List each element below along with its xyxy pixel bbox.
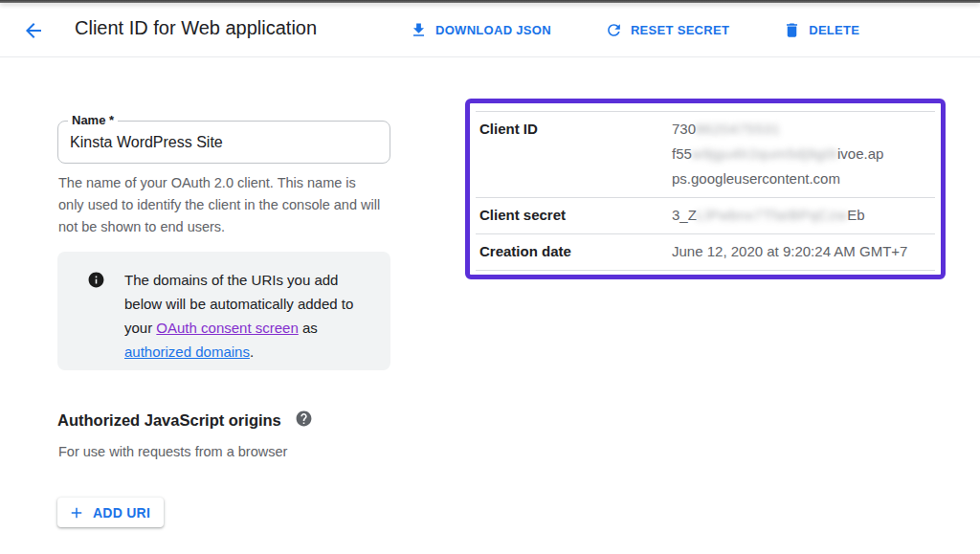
info-note-text: The domains of the URIs you add below wi… <box>124 268 377 364</box>
client-id-line2-prefix: f55 <box>672 145 692 162</box>
creation-date-value: June 12, 2020 at 9:20:24 AM GMT+7 <box>672 239 935 264</box>
creation-date-label: Creation date <box>479 239 672 264</box>
client-id-value: 7308620475531 f55w9jgu4lr2qum5dj9g0tivoe… <box>672 117 935 191</box>
redacted-text: 8620475531 <box>696 121 780 137</box>
origins-subtext: For use with requests from a browser <box>58 444 287 459</box>
name-field-label: Name * <box>68 113 118 128</box>
info-note: The domains of the URIs you add below wi… <box>57 252 390 370</box>
client-id-line1: 7308620475531 <box>672 117 935 142</box>
back-button[interactable] <box>19 16 48 45</box>
creation-date-row: Creation date June 12, 2020 at 9:20:24 A… <box>476 233 935 271</box>
redacted-text: w9jgu4lr2qum5dj9g0t <box>692 145 837 162</box>
redacted-text: LlPwbnx7TfaIBPqCzw <box>697 207 847 223</box>
authorized-domains-link[interactable]: authorized domains <box>124 343 250 360</box>
name-helper-text: The name of your OAuth 2.0 client. This … <box>58 172 384 238</box>
client-id-label: Client ID <box>479 117 672 191</box>
reset-secret-button[interactable]: RESET SECRET <box>605 21 729 39</box>
client-secret-value: 3_ZLlPwbnx7TfaIBPqCzwEb <box>672 203 935 228</box>
back-arrow-icon <box>22 19 45 42</box>
info-icon <box>87 271 105 293</box>
client-secret-suffix: Eb <box>847 207 864 223</box>
client-id-line2-suffix: ivoe.ap <box>837 145 883 162</box>
reset-secret-label: RESET SECRET <box>631 23 729 37</box>
client-secret-label: Client secret <box>479 203 672 228</box>
info-text-middle: as <box>299 320 318 336</box>
name-field[interactable]: Name * <box>57 121 390 164</box>
origins-section-header: Authorized JavaScript origins <box>57 410 313 432</box>
download-json-button[interactable]: DOWNLOAD JSON <box>410 21 551 39</box>
delete-button[interactable]: DELETE <box>783 21 859 39</box>
origins-heading: Authorized JavaScript origins <box>57 411 281 430</box>
page-header: Client ID for Web application DOWNLOAD J… <box>0 3 980 57</box>
delete-label: DELETE <box>809 23 859 37</box>
download-json-label: DOWNLOAD JSON <box>435 23 551 37</box>
client-id-row: Client ID 7308620475531 f55w9jgu4lr2qum5… <box>476 111 935 197</box>
client-id-visible-prefix: 730 <box>672 121 696 137</box>
client-secret-row: Client secret 3_ZLlPwbnx7TfaIBPqCzwEb <box>476 197 935 233</box>
download-icon <box>410 21 428 39</box>
client-secret-prefix: 3_Z <box>672 207 697 223</box>
trash-icon <box>783 21 801 39</box>
plus-icon <box>68 504 85 521</box>
page-title: Client ID for Web application <box>75 17 317 39</box>
credentials-table: Client ID 7308620475531 f55w9jgu4lr2qum5… <box>476 111 935 271</box>
info-text-after: . <box>250 343 254 360</box>
add-uri-label: ADD URI <box>93 505 150 521</box>
client-id-line3: ps.googleusercontent.com <box>672 166 935 191</box>
add-uri-button[interactable]: ADD URI <box>57 498 164 527</box>
refresh-icon <box>605 21 623 39</box>
annotation-highlight-box: Client ID 7308620475531 f55w9jgu4lr2qum5… <box>465 99 946 279</box>
help-icon[interactable] <box>295 410 313 432</box>
window-top-edge <box>0 0 980 3</box>
main-content: Name * The name of your OAuth 2.0 client… <box>0 57 980 554</box>
header-actions: DOWNLOAD JSON RESET SECRET DELETE <box>410 3 859 56</box>
oauth-consent-screen-link[interactable]: OAuth consent screen <box>156 320 298 336</box>
client-id-line2: f55w9jgu4lr2qum5dj9g0tivoe.ap <box>672 142 935 166</box>
